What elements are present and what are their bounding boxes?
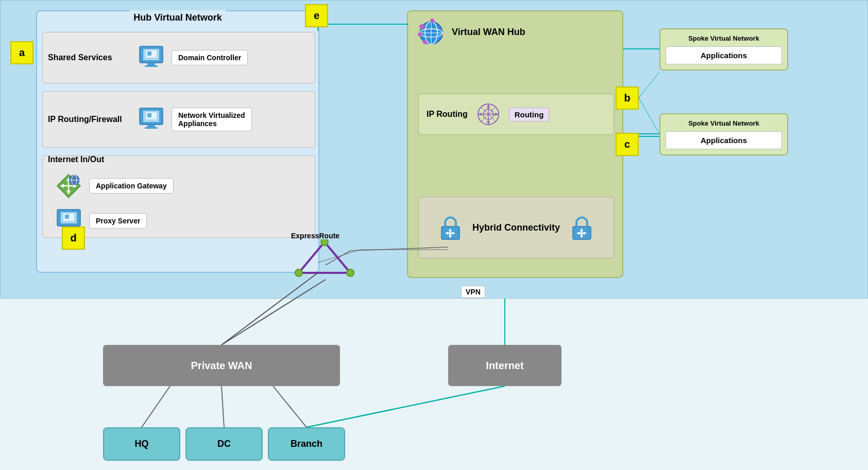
spoke-vnet-2: Spoke Virtual Network Applications	[659, 113, 788, 155]
svg-rect-22	[147, 125, 155, 127]
svg-point-50	[430, 19, 434, 23]
svg-line-11	[307, 386, 505, 427]
spoke-vnet-2-apps: Applications	[666, 131, 782, 149]
proxy-server-box: Proxy Server	[89, 213, 147, 229]
routing-icon	[475, 101, 501, 127]
svg-line-86	[307, 386, 505, 427]
spoke-vnet-1-apps: Applications	[666, 46, 782, 64]
svg-rect-25	[147, 113, 151, 117]
expressroute-label: ExpressRoute	[291, 232, 339, 240]
spoke-vnet-1: Spoke Virtual Network Applications	[659, 28, 788, 71]
badge-a: a	[10, 41, 33, 64]
svg-line-82	[273, 386, 307, 427]
ip-routing-firewall-label: IP Routing/Firewall	[48, 115, 130, 124]
ip-routing-label: IP Routing	[427, 110, 468, 119]
svg-rect-23	[145, 127, 158, 129]
svg-point-76	[321, 239, 328, 246]
node-dc: DC	[185, 427, 263, 461]
wan-hub-title: Virtual WAN Hub	[452, 27, 525, 38]
svg-rect-41	[65, 215, 69, 219]
network-virtualized-appliances-box: Network VirtualizedAppliances	[172, 108, 252, 131]
svg-line-8	[222, 386, 224, 427]
svg-point-78	[295, 269, 302, 276]
node-branch: Branch	[268, 427, 345, 461]
node-hq: HQ	[103, 427, 180, 461]
monitor-icon-shared	[135, 42, 166, 73]
virtual-wan-hub-container: Virtual WAN Hub IP Routing Routing	[407, 10, 623, 278]
routing-badge: Routing	[509, 108, 550, 121]
domain-controller-box: Domain Controller	[172, 50, 248, 65]
badge-c: c	[616, 133, 639, 156]
globe-icon	[416, 16, 447, 47]
wan-hub-header: Virtual WAN Hub	[408, 11, 622, 53]
internet-inout-row: Internet In/Out	[42, 155, 315, 238]
svg-point-77	[347, 269, 354, 276]
internet-inout-label: Internet In/Out	[48, 155, 130, 164]
badge-b: b	[616, 86, 639, 110]
hub-vnet-title: Hub Virtual Network	[129, 10, 226, 25]
ip-routing-box: IP Routing Routing	[418, 94, 614, 135]
monitor-icon-routing	[135, 104, 166, 135]
expressroute-triangle	[294, 239, 355, 281]
application-gateway-box: Application Gateway	[89, 178, 174, 194]
hybrid-connectivity-box: Hybrid Connectivity	[418, 197, 614, 258]
vpn-label: VPN	[461, 286, 485, 298]
badge-e: e	[305, 4, 328, 27]
internet-box: Internet	[448, 345, 561, 386]
svg-line-9	[273, 386, 307, 427]
hybrid-lock-icon-2	[568, 214, 596, 242]
hybrid-lock-icon-1	[436, 214, 465, 242]
svg-line-7	[142, 386, 170, 427]
svg-rect-17	[145, 65, 158, 67]
shared-services-label: Shared Services	[48, 53, 130, 62]
badge-d: d	[62, 227, 85, 250]
svg-line-81	[222, 386, 224, 427]
spoke-vnet-2-title: Spoke Virtual Network	[666, 119, 782, 127]
ip-routing-firewall-row: IP Routing/Firewall Network VirtualizedA…	[42, 91, 315, 148]
svg-point-47	[419, 24, 424, 29]
svg-marker-75	[299, 242, 350, 273]
svg-point-48	[418, 32, 422, 37]
svg-rect-16	[147, 63, 155, 65]
svg-line-80	[142, 386, 170, 427]
spoke-vnet-1-title: Spoke Virtual Network	[666, 34, 782, 42]
hybrid-connectivity-title: Hybrid Connectivity	[472, 222, 560, 233]
shared-services-row: Shared Services Domain Controller	[42, 32, 315, 83]
svg-point-49	[423, 40, 427, 44]
appgw-icon	[53, 170, 84, 201]
private-wan-box: Private WAN	[103, 345, 340, 386]
svg-rect-19	[147, 51, 151, 56]
